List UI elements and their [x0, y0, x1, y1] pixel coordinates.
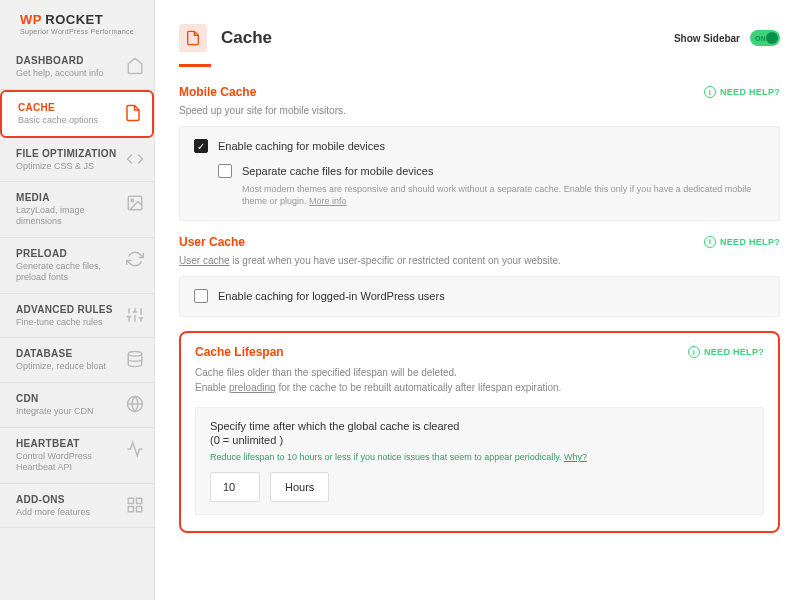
nav: DASHBOARDGet help, account infoCACHEBasi…	[0, 45, 154, 600]
nav-title: CDN	[16, 393, 120, 404]
nav-sub: Control WordPress Heartbeat API	[16, 451, 120, 473]
why-link[interactable]: Why?	[564, 452, 587, 462]
doc-icon	[124, 104, 142, 122]
home-icon	[126, 57, 144, 75]
nav-item-database[interactable]: DATABASEOptimize, reduce bloat	[0, 338, 154, 383]
nav-item-file-optimization[interactable]: FILE OPTIMIZATIONOptimize CSS & JS	[0, 138, 154, 183]
mobile-need-help[interactable]: i NEED HELP?	[704, 86, 780, 98]
section-cache-lifespan: Cache Lifespan i NEED HELP? Cache files …	[155, 331, 800, 547]
nav-title: DASHBOARD	[16, 55, 120, 66]
enable-user-cache-label: Enable caching for logged-in WordPress u…	[218, 289, 445, 304]
more-info-link[interactable]: More info	[309, 196, 347, 206]
nav-sub: Integrate your CDN	[16, 406, 120, 417]
nav-item-cdn[interactable]: CDNIntegrate your CDN	[0, 383, 154, 428]
separate-mobile-cache-checkbox[interactable]	[218, 164, 232, 178]
db-icon	[126, 350, 144, 368]
preloading-link[interactable]: preloading	[229, 382, 276, 393]
nav-title: HEARTBEAT	[16, 438, 120, 449]
show-sidebar-label: Show Sidebar	[674, 33, 740, 44]
logo-wp: WP	[20, 12, 42, 27]
nav-title: FILE OPTIMIZATION	[16, 148, 120, 159]
nav-item-media[interactable]: MEDIALazyLoad, image dimensions	[0, 182, 154, 238]
nav-sub: Generate cache files, preload fonts	[16, 261, 120, 283]
addons-icon	[126, 496, 144, 514]
cache-header-icon	[179, 24, 207, 52]
lifespan-desc: Cache files older than the specified lif…	[195, 365, 764, 395]
user-cache-title: User Cache	[179, 235, 245, 249]
image-icon	[126, 194, 144, 212]
lifespan-value-input[interactable]	[210, 472, 260, 502]
svg-rect-16	[137, 506, 142, 511]
section-mobile-cache: Mobile Cache i NEED HELP? Speed up your …	[155, 85, 800, 235]
svg-point-11	[128, 352, 142, 357]
nav-sub: Get help, account info	[16, 68, 120, 79]
enable-mobile-cache-checkbox[interactable]: ✓	[194, 139, 208, 153]
svg-rect-17	[128, 506, 133, 511]
nav-sub: Basic cache options	[18, 115, 118, 126]
logo-tagline: Superior WordPress Performance	[20, 28, 144, 35]
nav-title: ADD-ONS	[16, 494, 120, 505]
lifespan-title: Cache Lifespan	[195, 345, 284, 359]
nav-sub: Optimize CSS & JS	[16, 161, 120, 172]
enable-mobile-cache-label: Enable caching for mobile devices	[218, 139, 385, 154]
main-content: Cache Show Sidebar ON Mobile Cache i NEE…	[155, 0, 800, 600]
nav-item-advanced-rules[interactable]: ADVANCED RULESFine-tune cache rules	[0, 294, 154, 339]
user-cache-link[interactable]: User cache	[179, 255, 230, 266]
code-icon	[126, 150, 144, 168]
lifespan-label: Specify time after which the global cach…	[210, 420, 749, 432]
show-sidebar-toggle[interactable]: ON	[750, 30, 780, 46]
help-icon: i	[688, 346, 700, 358]
nav-sub: Add more features	[16, 507, 120, 518]
user-need-help[interactable]: i NEED HELP?	[704, 236, 780, 248]
refresh-icon	[126, 250, 144, 268]
mobile-desc: Speed up your site for mobile visitors.	[179, 105, 780, 116]
nav-item-add-ons[interactable]: ADD-ONSAdd more features	[0, 484, 154, 529]
nav-item-cache[interactable]: CACHEBasic cache options	[0, 90, 154, 138]
nav-item-dashboard[interactable]: DASHBOARDGet help, account info	[0, 45, 154, 90]
nav-title: PRELOAD	[16, 248, 120, 259]
lifespan-need-help[interactable]: i NEED HELP?	[688, 346, 764, 358]
user-desc: User cache is great when you have user-s…	[179, 255, 780, 266]
help-icon: i	[704, 86, 716, 98]
section-user-cache: User Cache i NEED HELP? User cache is gr…	[155, 235, 800, 331]
svg-point-1	[131, 200, 133, 202]
sliders-icon	[126, 306, 144, 324]
logo-rocket: ROCKET	[45, 12, 103, 27]
lifespan-label-sub: (0 = unlimited )	[210, 434, 749, 446]
nav-item-preload[interactable]: PRELOADGenerate cache files, preload fon…	[0, 238, 154, 294]
nav-sub: LazyLoad, image dimensions	[16, 205, 120, 227]
separate-mobile-cache-sub: Most modern themes are responsive and sh…	[242, 183, 765, 208]
globe-icon	[126, 395, 144, 413]
lifespan-hint: Reduce lifespan to 10 hours or less if y…	[210, 452, 749, 462]
enable-user-cache-checkbox[interactable]	[194, 289, 208, 303]
tab-underline	[179, 64, 211, 67]
nav-sub: Fine-tune cache rules	[16, 317, 120, 328]
separate-mobile-cache-label: Separate cache files for mobile devices	[242, 164, 765, 179]
nav-sub: Optimize, reduce bloat	[16, 361, 120, 372]
sidebar: WP ROCKET Superior WordPress Performance…	[0, 0, 155, 600]
mobile-cache-title: Mobile Cache	[179, 85, 256, 99]
page-header: Cache Show Sidebar ON	[155, 0, 800, 64]
lifespan-unit-select[interactable]: Hours	[270, 472, 329, 502]
svg-rect-15	[137, 498, 142, 503]
nav-title: CACHE	[18, 102, 118, 113]
nav-item-heartbeat[interactable]: HEARTBEATControl WordPress Heartbeat API	[0, 428, 154, 484]
logo: WP ROCKET Superior WordPress Performance	[0, 0, 154, 45]
nav-title: MEDIA	[16, 192, 120, 203]
heart-icon	[126, 440, 144, 458]
nav-title: ADVANCED RULES	[16, 304, 120, 315]
nav-title: DATABASE	[16, 348, 120, 359]
page-title: Cache	[221, 28, 272, 48]
svg-rect-14	[128, 498, 133, 503]
help-icon: i	[704, 236, 716, 248]
